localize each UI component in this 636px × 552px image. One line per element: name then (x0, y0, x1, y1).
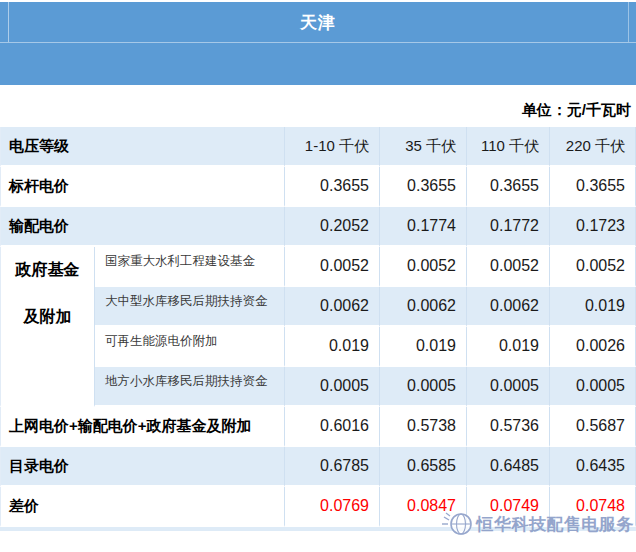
unit-label: 单位：元/千瓦时 (522, 101, 631, 120)
value-cell: 0.0062 (285, 287, 380, 327)
value-cell: 0.5736 (467, 407, 550, 447)
fund-group-label-line1: 政府基金 (1, 260, 94, 281)
value-cell: 0.3655 (550, 167, 636, 207)
subrow-label: 地方小水库移民后期扶持资金 (95, 367, 285, 407)
province-banner: 天津 (0, 2, 636, 85)
value-cell: 0.0005 (550, 367, 636, 407)
table-row-benchmark-price: 标杆电价 0.3655 0.3655 0.3655 0.3655 (0, 167, 636, 207)
unit-row: 单位：元/千瓦时 (0, 85, 636, 127)
subrow-label: 国家重大水利工程建设基金 (95, 247, 285, 287)
row-label: 输配电价 (0, 207, 285, 247)
table-row-fund-local-reservoir: 地方小水库移民后期扶持资金 0.0005 0.0005 0.0005 0.000… (0, 367, 636, 407)
electricity-price-table-page: 天津 单位：元/千瓦时 电压等级 1-10 千伏 35 千伏 110 千伏 22… (0, 0, 636, 552)
row-label: 目录电价 (0, 447, 285, 487)
value-cell: 0.019 (380, 327, 467, 367)
table-header-row: 电压等级 1-10 千伏 35 千伏 110 千伏 220 千伏 (0, 127, 636, 167)
value-cell: 0.019 (550, 287, 636, 327)
province-title: 天津 (300, 11, 336, 34)
value-cell: 0.6016 (285, 407, 380, 447)
col-header-110kv: 110 千伏 (467, 127, 550, 167)
row-label: 标杆电价 (0, 167, 285, 207)
value-cell: 0.6585 (380, 447, 467, 487)
col-header-1-10kv: 1-10 千伏 (285, 127, 380, 167)
table-row-catalog-price: 目录电价 0.6785 0.6585 0.6485 0.6435 (0, 447, 636, 487)
value-cell: 0.0005 (467, 367, 550, 407)
province-banner-title-row: 天津 (0, 2, 636, 43)
value-cell: 0.1774 (380, 207, 467, 247)
voltage-level-header: 电压等级 (0, 127, 285, 167)
value-cell: 0.0847 (380, 487, 467, 527)
value-cell: 0.6785 (285, 447, 380, 487)
value-cell: 0.0062 (380, 287, 467, 327)
value-cell: 0.0062 (467, 287, 550, 327)
value-cell: 0.6485 (467, 447, 550, 487)
fund-group-label-cell: 政府基金 及附加 (0, 247, 95, 407)
value-cell: 0.0769 (285, 487, 380, 527)
table-row-total-price: 上网电价+输配电价+政府基金及附加 0.6016 0.5738 0.5736 0… (0, 407, 636, 447)
next-row-sliver (0, 527, 636, 531)
value-cell: 0.5687 (550, 407, 636, 447)
value-cell: 0.1772 (467, 207, 550, 247)
table-row-fund-renewable: 可再生能源电价附加 0.019 0.019 0.019 0.0026 (0, 327, 636, 367)
value-cell: 0.0749 (467, 487, 550, 527)
value-cell: 0.2052 (285, 207, 380, 247)
value-cell: 0.3655 (380, 167, 467, 207)
value-cell: 0.3655 (467, 167, 550, 207)
table-row-fund-national-water: 政府基金 及附加 国家重大水利工程建设基金 0.0052 0.0052 0.00… (0, 247, 636, 287)
table-row-fund-large-reservoir: 大中型水库移民后期扶持资金 0.0062 0.0062 0.0062 0.019 (0, 287, 636, 327)
value-cell: 0.3655 (285, 167, 380, 207)
value-cell: 0.0052 (550, 247, 636, 287)
table-row-price-difference: 差价 0.0769 0.0847 0.0749 0.0748 (0, 487, 636, 527)
value-cell: 0.0005 (285, 367, 380, 407)
col-header-220kv: 220 千伏 (550, 127, 636, 167)
value-cell: 0.6435 (550, 447, 636, 487)
value-cell: 0.0026 (550, 327, 636, 367)
col-header-35kv: 35 千伏 (380, 127, 467, 167)
value-cell: 0.0052 (467, 247, 550, 287)
banner-divider-line (8, 2, 9, 42)
value-cell: 0.019 (285, 327, 380, 367)
value-cell: 0.019 (467, 327, 550, 367)
subrow-label: 可再生能源电价附加 (95, 327, 285, 367)
province-banner-empty-row (0, 43, 636, 85)
value-cell: 0.5738 (380, 407, 467, 447)
row-label: 差价 (0, 487, 285, 527)
row-label: 上网电价+输配电价+政府基金及附加 (0, 407, 285, 447)
value-cell: 0.1723 (550, 207, 636, 247)
value-cell: 0.0748 (550, 487, 636, 527)
subrow-label: 大中型水库移民后期扶持资金 (95, 287, 285, 327)
table-row-transmission-price: 输配电价 0.2052 0.1774 0.1772 0.1723 (0, 207, 636, 247)
fund-group-label-line2: 及附加 (1, 307, 94, 328)
price-table: 电压等级 1-10 千伏 35 千伏 110 千伏 220 千伏 标杆电价 0.… (0, 127, 636, 527)
value-cell: 0.0052 (380, 247, 467, 287)
value-cell: 0.0005 (380, 367, 467, 407)
banner-divider-line (628, 2, 629, 42)
value-cell: 0.0052 (285, 247, 380, 287)
